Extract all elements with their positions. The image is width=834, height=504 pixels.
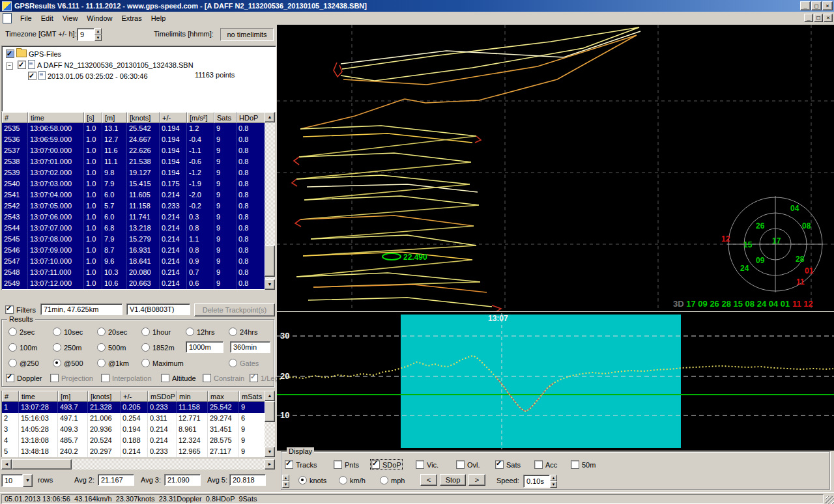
- menu-edit[interactable]: Edit: [36, 13, 58, 23]
- spin-up-icon[interactable]: ▲: [550, 475, 557, 481]
- radio-1852m[interactable]: 1852m: [141, 343, 175, 352]
- checkbox-acc[interactable]: Acc: [534, 460, 557, 469]
- radio-1km[interactable]: @1km: [97, 359, 129, 367]
- table-row[interactable]: 513:48:18240.220.2970.2140.23312.96527.1…: [2, 446, 265, 457]
- trackpoint-table-scrollbar[interactable]: ▲▼: [265, 112, 275, 290]
- horizontal-scrollbar[interactable]: ◄►: [1, 459, 275, 469]
- column-header-m[interactable]: [m]: [58, 391, 88, 402]
- column-header-[interactable]: #: [2, 391, 19, 402]
- scroll-thumb[interactable]: [265, 401, 275, 422]
- results-table[interactable]: #time[m][knots]+/-mSDoPminmaxmSats113:07…: [1, 391, 265, 457]
- radio-knots[interactable]: knots: [298, 476, 326, 484]
- spin-up-icon[interactable]: ▲: [94, 28, 102, 35]
- next-button[interactable]: >: [468, 474, 485, 486]
- collapse-icon[interactable]: −: [6, 63, 13, 70]
- table-row[interactable]: 215:16:03497.121.0060.2540.31112.77129.2…: [2, 413, 265, 424]
- close-button[interactable]: ×: [824, 14, 833, 22]
- column-header-time[interactable]: time: [28, 112, 84, 123]
- radio-500[interactable]: @500: [53, 359, 83, 367]
- radio-500m[interactable]: 500m: [97, 343, 126, 352]
- scroll-down-icon[interactable]: ▼: [265, 279, 275, 290]
- rows-value[interactable]: 10: [1, 474, 23, 487]
- tree-item-gps-files[interactable]: GPS-Files: [6, 49, 61, 59]
- table-row[interactable]: 254513:07:08.0001.07.915.2790.2141.190.8: [2, 234, 265, 245]
- tree-checkbox[interactable]: [28, 72, 36, 80]
- maximize-button[interactable]: □: [811, 1, 822, 10]
- tree-item-file[interactable]: − A DAFF N2_113200536_20130105_132438.SB…: [6, 60, 194, 70]
- table-row[interactable]: 254413:07:07.0001.06.813.2180.2140.890.8: [2, 223, 265, 234]
- scroll-thumb[interactable]: [12, 459, 72, 469]
- column-header-msats[interactable]: mSats: [239, 391, 265, 402]
- spin-down-icon[interactable]: ▼: [94, 35, 102, 41]
- menu-extras[interactable]: Extras: [117, 13, 146, 23]
- column-header-max[interactable]: max: [208, 391, 239, 402]
- radio-12hrs[interactable]: 12hrs: [186, 328, 215, 336]
- table-row[interactable]: 113:07:28493.721.3280.2050.23311.15825.5…: [2, 402, 265, 413]
- speed-graph[interactable]: 30201013:07: [277, 312, 834, 451]
- checkbox-1-leg[interactable]: 1/Leg: [250, 374, 279, 382]
- close-button[interactable]: ×: [822, 1, 833, 10]
- table-row[interactable]: 253813:07:01.0001.011.121.5380.194-0.690…: [2, 156, 265, 167]
- radio-maximum[interactable]: Maximum: [141, 359, 184, 367]
- scroll-left-icon[interactable]: ◄: [1, 459, 12, 469]
- column-header-msdop[interactable]: mSDoP: [148, 391, 177, 402]
- prev-button[interactable]: <: [420, 474, 437, 486]
- column-header-hdop[interactable]: HDoP: [237, 112, 265, 123]
- radio-km-h[interactable]: km/h: [339, 476, 366, 484]
- column-header-[interactable]: +/-: [121, 391, 148, 402]
- table-row[interactable]: 413:18:08485.720.5240.1880.21412.32428.5…: [2, 435, 265, 446]
- checkbox-doppler[interactable]: Doppler: [6, 374, 42, 382]
- results-table-scrollbar[interactable]: ▲▼: [265, 391, 275, 457]
- table-row[interactable]: 253713:07:00.0001.011.622.6260.194-1.190…: [2, 145, 265, 156]
- spin-up-icon[interactable]: ▲: [282, 475, 289, 481]
- radio-2sec[interactable]: 2sec: [8, 328, 35, 336]
- table-row[interactable]: 254613:07:09.0001.08.716.9310.2140.890.8: [2, 245, 265, 256]
- column-header-knots[interactable]: [knots]: [88, 391, 121, 402]
- resize-grip[interactable]: [826, 496, 834, 504]
- timelimits-value[interactable]: no timelimits: [220, 28, 274, 41]
- minimize-button[interactable]: _: [804, 14, 813, 22]
- column-header-m-s[interactable]: [m/s²]: [187, 112, 214, 123]
- column-header-sats[interactable]: Sats: [214, 112, 237, 123]
- timezone-value[interactable]: 9: [77, 28, 94, 41]
- menu-window[interactable]: Window: [82, 13, 117, 23]
- table-row[interactable]: 253913:07:02.0001.09.819.1270.194-1.290.…: [2, 167, 265, 178]
- column-header-m[interactable]: [m]: [102, 112, 127, 123]
- spin-down-icon[interactable]: ▼: [282, 481, 289, 488]
- filters-checkbox[interactable]: Filters: [5, 305, 36, 314]
- trackpoint-table[interactable]: #time[s][m][knots]+/-[m/s²]SatsHDoP25351…: [1, 112, 265, 290]
- radio-24hrs[interactable]: 24hrs: [229, 328, 258, 336]
- document-icon[interactable]: [3, 13, 12, 23]
- checkbox-altitude[interactable]: Altitude: [161, 374, 196, 382]
- column-header-s[interactable]: [s]: [84, 112, 102, 123]
- tree-checkbox[interactable]: [18, 61, 26, 69]
- scroll-thumb[interactable]: [265, 245, 275, 277]
- checkbox-sdop[interactable]: SDoP: [371, 460, 401, 469]
- table-row[interactable]: 254013:07:03.0001.07.915.4150.175-1.990.…: [2, 178, 265, 189]
- scroll-down-icon[interactable]: ▼: [265, 447, 275, 457]
- scroll-up-icon[interactable]: ▲: [265, 391, 275, 401]
- column-header-[interactable]: #: [2, 112, 28, 123]
- speed-value[interactable]: 0.10s: [523, 475, 550, 488]
- checkbox-sats[interactable]: Sats: [495, 460, 521, 469]
- radio-gates[interactable]: Gates: [229, 359, 259, 367]
- column-header-min[interactable]: min: [177, 391, 208, 402]
- delete-trackpoints-button[interactable]: Delete Trackpoint(s): [194, 303, 275, 316]
- table-row[interactable]: 253513:06:58.0001.013.125.5420.1941.290.…: [2, 123, 265, 134]
- speed-stepper[interactable]: 0.10s ▲▼: [523, 475, 557, 488]
- table-row[interactable]: 254213:07:05.0001.05.711.1580.233-0.290.…: [2, 201, 265, 212]
- radio-1hour[interactable]: 1hour: [141, 328, 171, 336]
- title-bar[interactable]: GPSResults V6.111 - 11.11.2012 - www.gps…: [0, 0, 834, 12]
- column-header-knots[interactable]: [knots]: [127, 112, 160, 123]
- selection-region[interactable]: [401, 315, 681, 448]
- stop-button[interactable]: Stop: [440, 474, 466, 486]
- checkbox-pnts[interactable]: Pnts: [334, 460, 359, 469]
- table-row[interactable]: 254713:07:10.0001.09.618.6410.2140.990.8: [2, 256, 265, 267]
- checkbox-ovl[interactable]: Ovl.: [456, 460, 480, 469]
- checkbox-50m[interactable]: 50m: [571, 460, 596, 469]
- timezone-stepper[interactable]: 9 ▲▼: [77, 28, 102, 41]
- menu-file[interactable]: File: [16, 13, 36, 23]
- checkbox-constrain[interactable]: Constrain: [203, 374, 244, 382]
- radio-250[interactable]: @250: [8, 359, 39, 367]
- table-row[interactable]: 254913:07:12.0001.010.620.6630.2140.690.…: [2, 278, 265, 289]
